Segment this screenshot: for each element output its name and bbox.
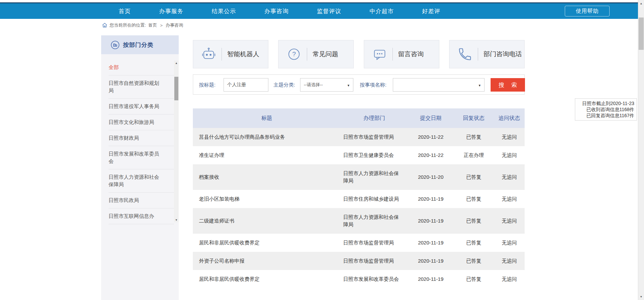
faq-card[interactable]: ? 常见问题: [278, 40, 354, 68]
nav-item[interactable]: 首页: [119, 7, 131, 15]
divider: [392, 48, 393, 61]
row-reply-status: 已答复: [453, 270, 494, 288]
table-row[interactable]: 居民和非居民供暖收费界定 日照市市场监督管理局 2020-11-19 已答复 无…: [193, 234, 525, 252]
svg-text:?: ?: [292, 51, 296, 58]
quick-links: 智能机器人 ? 常见问题 留: [193, 40, 525, 68]
row-title[interactable]: 二级建造师证书: [193, 208, 341, 234]
department-item[interactable]: 日照市民政局: [109, 193, 174, 208]
breadcrumb-prefix: 您当前所在的位置:: [110, 22, 146, 28]
row-date: 2020-11-19: [408, 190, 453, 208]
search-panel: 按标题: 个人注册 主题分类: --请选择-- ▼ 按事项名称: ▼ 搜 索: [193, 74, 525, 95]
row-reply-status: 已答复: [453, 128, 494, 146]
nav-item[interactable]: 结果公示: [212, 7, 236, 15]
phone-card[interactable]: 部门咨询电话: [449, 40, 525, 68]
breadcrumb-separator: >: [160, 23, 163, 28]
row-reply-status: 已答复: [453, 190, 494, 208]
sidebar-scrollbar[interactable]: ▲ ▼: [174, 61, 179, 222]
card-label: 常见问题: [313, 50, 338, 59]
row-title[interactable]: 居民和非居民供暖收费界定: [193, 234, 341, 252]
row-department: 日照市住房和城乡建设局: [341, 190, 408, 208]
row-title[interactable]: 档案接收: [193, 164, 341, 190]
card-label: 智能机器人: [227, 50, 259, 59]
smart-robot-card[interactable]: 智能机器人: [193, 40, 268, 68]
department-item[interactable]: 日照市退役军人事务局: [109, 99, 174, 114]
row-department: 日照市市场监督管理局: [341, 128, 408, 146]
search-button[interactable]: 搜 索: [491, 78, 525, 92]
row-reply-status: 正在办理: [453, 146, 494, 164]
department-item[interactable]: 日照市文化和旅游局: [109, 114, 174, 130]
stats-line-3: 已回复咨询信息1167件: [578, 112, 634, 119]
scroll-down-icon[interactable]: ▼: [638, 294, 644, 299]
table-body: 莒县什么地方可以办理商品条形码业务 日照市市场监督管理局 2020-11-22 …: [193, 128, 525, 288]
row-followup-status: 无追问: [494, 146, 525, 164]
scroll-up-icon[interactable]: ▲: [638, 1, 644, 6]
nav-item[interactable]: 好差评: [422, 7, 440, 15]
row-title[interactable]: 莒县什么地方可以办理商品条形码业务: [193, 128, 341, 146]
row-title[interactable]: 外资子公司名称申报: [193, 252, 341, 270]
row-followup-status: 无追问: [494, 128, 525, 146]
row-reply-status: 已答复: [453, 234, 494, 252]
row-date: 2020-11-20: [408, 164, 453, 190]
chevron-down-icon: ▼: [478, 84, 481, 87]
help-button[interactable]: 使用帮助: [565, 6, 610, 16]
department-item[interactable]: 日照市财政局: [109, 130, 174, 146]
row-followup-status: 无追问: [494, 164, 525, 190]
table-row[interactable]: 老旧小区加装电梯 日照市住房和城乡建设局 2020-11-19 已答复 无追问: [193, 190, 525, 208]
row-reply-status: 已答复: [453, 252, 494, 270]
nav-item[interactable]: 办事服务: [159, 7, 183, 15]
row-date: 2020-11-19: [408, 234, 453, 252]
category-select[interactable]: --请选择-- ▼: [300, 78, 353, 92]
home-icon: [102, 23, 107, 28]
sidebar-header: 按部门分类: [101, 35, 179, 54]
nav-item[interactable]: 中介超市: [370, 7, 394, 15]
breadcrumb-home-link[interactable]: 首页: [148, 22, 157, 28]
divider: [478, 48, 478, 61]
row-date: 2020-11-22: [408, 128, 453, 146]
table-row[interactable]: 外资子公司名称申报 日照市市场监督管理局 2020-11-19 已答复 无追问: [193, 252, 525, 270]
row-reply-status: 已答复: [453, 164, 494, 190]
department-item[interactable]: 日照市自然资源和规划局: [109, 75, 174, 99]
title-search-input[interactable]: 个人注册: [224, 78, 268, 92]
department-item[interactable]: 日照市互联网信息办: [109, 208, 174, 224]
department-sidebar: 按部门分类 全部日照市自然资源和规划局日照市退役军人事务局日照市文化和旅游局日照…: [101, 35, 179, 300]
table-row[interactable]: 居民和非居民供暖收费界定 日照市发展和改革委员会 2020-11-19 已答复 …: [193, 270, 525, 288]
table-row[interactable]: 准生证办理 日照市卫生健康委员会 2020-11-22 正在办理 无追问: [193, 146, 525, 164]
nav-item[interactable]: 办事咨询: [264, 7, 289, 15]
category-select-value: --请选择--: [304, 82, 323, 88]
item-name-select[interactable]: ▼: [393, 78, 485, 92]
row-title[interactable]: 准生证办理: [193, 146, 341, 164]
category-icon: [111, 40, 120, 49]
robot-icon: [201, 47, 216, 62]
phone-icon: [458, 47, 472, 62]
table-row[interactable]: 莒县什么地方可以办理商品条形码业务 日照市市场监督管理局 2020-11-22 …: [193, 128, 525, 146]
window-scrollbar[interactable]: ▲ ▼: [638, 0, 644, 300]
stats-line-2: 已收到咨询信息1168件: [578, 106, 634, 112]
nav-item[interactable]: 监督评议: [317, 7, 341, 15]
row-date: 2020-11-22: [408, 146, 453, 164]
department-item[interactable]: 日照市人力资源和社会保障局: [109, 169, 174, 193]
col-header-reply: 回复状态: [453, 108, 494, 128]
row-title[interactable]: 居民和非居民供暖收费界定: [193, 270, 341, 288]
row-department: 日照市人力资源和社会保障局: [341, 164, 408, 190]
card-label: 留言咨询: [398, 50, 424, 59]
window-scroll-thumb[interactable]: [639, 18, 644, 50]
table-row[interactable]: 档案接收 日照市人力资源和社会保障局 2020-11-20 已答复 无追问: [193, 164, 525, 190]
row-title[interactable]: 老旧小区加装电梯: [193, 190, 341, 208]
row-department: 日照市人力资源和社会保障局: [341, 208, 408, 234]
department-list: 全部日照市自然资源和规划局日照市退役军人事务局日照市文化和旅游局日照市财政局日照…: [109, 54, 174, 224]
sidebar-scroll-thumb[interactable]: [174, 77, 178, 100]
department-item[interactable]: 全部: [109, 60, 174, 75]
card-label: 部门咨询电话: [484, 50, 522, 59]
table-row[interactable]: 二级建造师证书 日照市人力资源和社会保障局 2020-11-19 已答复 无追问: [193, 208, 525, 234]
scroll-up-icon[interactable]: ▲: [174, 61, 179, 65]
title-search-label: 按标题:: [199, 75, 215, 95]
page: 首页办事服务结果公示办事咨询监督评议中介超市好差评 使用帮助 您当前所在的位置:…: [0, 0, 644, 300]
department-item[interactable]: 日照市发展和改革委员会: [109, 146, 174, 169]
category-label: 主题分类:: [273, 75, 295, 95]
message-card[interactable]: 留言咨询: [364, 40, 439, 68]
row-date: 2020-11-19: [408, 270, 453, 288]
sidebar-title: 按部门分类: [123, 41, 153, 49]
scroll-down-icon[interactable]: ▼: [174, 218, 179, 222]
col-header-followup: 追问状态: [494, 108, 525, 128]
row-followup-status: 无追问: [494, 208, 525, 234]
